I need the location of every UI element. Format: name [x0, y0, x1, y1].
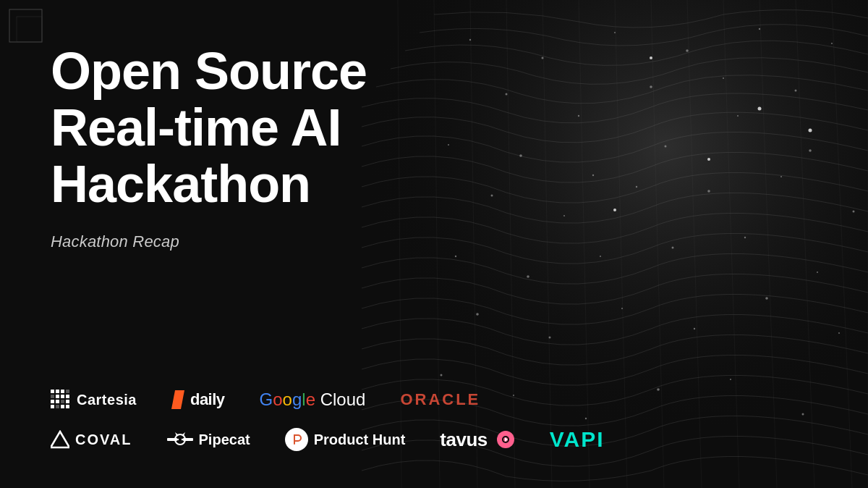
- svg-rect-70: [66, 395, 69, 398]
- oracle-logo: ORACLE: [400, 390, 480, 409]
- svg-point-86: [176, 439, 178, 440]
- svg-point-87: [181, 439, 182, 440]
- coval-logo: COVAL: [51, 430, 132, 449]
- producthunt-logo: Product Hunt: [285, 428, 406, 451]
- coval-label: COVAL: [75, 432, 132, 448]
- cartesia-icon: [51, 390, 71, 410]
- page-container: Open Source Real-time AI Hackathon Hacka…: [0, 0, 868, 488]
- google-cloud-label: Google Cloud: [260, 390, 366, 410]
- producthunt-icon: [285, 428, 308, 451]
- svg-rect-77: [61, 405, 64, 408]
- vapi-logo: VAPI: [550, 427, 605, 452]
- svg-rect-74: [66, 400, 69, 403]
- svg-rect-71: [51, 400, 54, 403]
- pipecat-icon: [167, 432, 193, 447]
- tavus-badge-icon: [496, 430, 515, 449]
- svg-marker-79: [171, 390, 184, 409]
- svg-rect-76: [56, 405, 59, 408]
- tavus-label: tavus: [440, 429, 487, 451]
- svg-rect-75: [51, 405, 54, 408]
- sponsors-section: Cartesia daily Google Cloud: [51, 390, 738, 452]
- tavus-logo: tavus: [440, 429, 514, 451]
- cartesia-logo: Cartesia: [51, 390, 137, 410]
- cartesia-label: Cartesia: [77, 392, 137, 408]
- svg-rect-73: [61, 400, 64, 403]
- svg-rect-65: [61, 390, 64, 393]
- producthunt-label: Product Hunt: [314, 432, 406, 448]
- vapi-label: VAPI: [550, 427, 605, 452]
- main-content: Open Source Real-time AI Hackathon Hacka…: [0, 0, 868, 488]
- pipecat-label: Pipecat: [199, 432, 250, 448]
- svg-rect-69: [61, 395, 64, 398]
- main-title: Open Source Real-time AI Hackathon: [51, 43, 448, 212]
- svg-rect-72: [56, 400, 59, 403]
- oracle-label: ORACLE: [400, 390, 480, 409]
- svg-rect-78: [66, 405, 69, 408]
- svg-rect-63: [51, 390, 54, 393]
- svg-rect-67: [51, 395, 54, 398]
- producthunt-p-icon: [290, 433, 303, 446]
- svg-rect-68: [56, 395, 59, 398]
- daily-slash-icon: [171, 390, 184, 409]
- title-line2: Real-time AI: [51, 98, 341, 156]
- daily-logo: daily: [171, 390, 225, 409]
- subtitle: Hackathon Recap: [51, 232, 868, 251]
- daily-label: daily: [190, 390, 225, 409]
- google-cloud-logo: Google Cloud: [260, 390, 366, 410]
- pipecat-logo: Pipecat: [167, 432, 250, 448]
- svg-rect-66: [66, 390, 69, 393]
- coval-icon: [51, 430, 69, 449]
- svg-marker-80: [51, 432, 69, 447]
- sponsors-row-2: COVAL: [51, 427, 738, 452]
- sponsors-row-1: Cartesia daily Google Cloud: [51, 390, 738, 410]
- title-line1: Open Source: [51, 42, 367, 100]
- svg-rect-64: [56, 390, 59, 393]
- title-line3: Hackathon: [51, 155, 310, 213]
